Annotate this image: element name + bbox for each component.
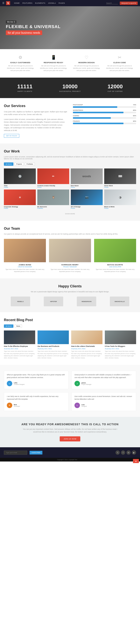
facebook-icon[interactable]: f [121,450,125,455]
blog-excerpt-3: Type here some info about this team memb… [71,350,102,359]
filter-projects[interactable]: Projects [15,162,24,166]
services-paragraph2: Lorem ipsum dolor sit amet, consectetur … [4,118,67,132]
feature-title-1: EASILY CUSTOMISED [6,62,35,64]
work-item-2[interactable]: ✏ Content-creator-friendly Photos [37,168,69,188]
work-item-3[interactable]: woods Item Name Photos [71,168,103,188]
clients-title: Happy Clients [4,284,136,288]
cta-button[interactable]: Join Us Now [60,436,80,442]
services-section: Our Services Cras justo odio, dapibus ac… [0,98,140,144]
nav-menu: HOME FEATURES ELEMENTS JOOMLA PAGES [14,2,106,4]
testimonial-4: Duis mollis consectetur purus ut amet fe… [71,392,136,411]
team-member-1: JAMES BOND Creative Designer Type here s… [4,239,46,273]
testimonial-3: I am fairly new to Joomla! with only 6 m… [4,392,69,411]
testimonial-author-2: J james Project Manager [74,381,133,386]
feature-desc-2: We will work through the process to iden… [39,65,68,72]
testimonial-author-4: L Lisa Designer [74,402,133,408]
blog-filter-all[interactable]: All Items [4,324,13,328]
linkedin-icon[interactable]: in [126,450,131,455]
blog-item-4[interactable]: 5 Free Tools For Bloggers 26 january 201… [105,330,136,359]
customise-icon: ⚙ [6,55,35,60]
navbar: ☰ S HOME FEATURES ELEMENTS JOOMLA PAGES … [0,0,140,6]
blog-item-2[interactable]: Our Business and Products 26 january 201… [38,330,69,359]
nav-pages[interactable]: PAGES [59,2,65,4]
work-item-4[interactable]: ⌨ Home Work Photos [104,168,136,188]
nav-joomla[interactable]: JOOMLA [48,2,56,4]
work-title-8: Black & White [104,206,136,208]
code-icon: ✂ [105,55,134,60]
blog-filter-news[interactable]: News [15,324,22,328]
cta-section: ARE YOU READY FOR AWESOMENESS? THIS IS C… [0,417,140,448]
testimonials-grid: What an appropriate name. This is just a… [4,371,136,411]
show-more[interactable]: SHOW MORE [4,212,136,215]
work-thumb-3: woods [71,168,103,184]
work-cat-3: Photos [71,186,103,188]
author-title-3: Developer [14,406,20,407]
work-title-3: Item Name [71,185,103,186]
footer-subscribe-button[interactable]: Subscribe [30,451,42,454]
author-avatar-4: L [74,402,80,408]
feature-title-4: CLEAN CODE [105,62,134,64]
design-icon: ♡ [72,55,101,60]
testimonial-author-1: L LISA Creative Designer [7,381,66,386]
brand-logo[interactable]: S [6,1,10,5]
youtube-icon[interactable]: ▶ [132,450,136,455]
nav-elements[interactable]: ELEMENTS [35,2,46,4]
stat-projects: 10000 SUCCESSFUL PROJECT [59,84,81,92]
work-item-1[interactable]: 🕐 Time Photos [4,168,36,188]
filter-portfolios[interactable]: Portfolios [25,162,35,166]
blog-item-1[interactable]: How To Be Effective Employee 26 january … [4,330,35,359]
blog-meta-2: 26 january 2014 | News [38,348,69,350]
services-left-col: Our Services Cras justo odio, dapibus ac… [4,104,67,138]
author-avatar-1: L [7,381,12,386]
author-title-2: Project Manager [81,384,91,385]
get-in-touch-button[interactable]: GET IN TOUCH [4,134,19,138]
features-section: ⚙ EASILY CUSTOMISED We will work through… [0,49,140,78]
stat-clients-label: HAPPY CLIENTS [17,90,32,92]
feature-desc-4: We will work through the process to iden… [105,65,134,72]
stat-clients: 11111 HAPPY CLIENTS [17,84,32,92]
author-avatar-2: J [74,381,80,386]
footer-social: 𝕏 f in ▶ [116,450,136,455]
nav-home[interactable]: HOME [14,2,20,4]
work-item-6[interactable]: 🦉 Be Awesome Portfolios [37,190,69,209]
work-item-7[interactable]: 📷 Art of Design Photos [71,190,103,209]
testimonial-text-1: What an appropriate name. This is just a… [7,374,66,379]
work-cat-8: Photos [104,208,136,209]
blog-section: Recent Blog Post All Items News How To B… [0,312,140,365]
work-item-5[interactable]: ★ Corporate Strategy Photos [4,190,36,209]
team-photo-2 [49,239,91,262]
skill-photoshop-fill [73,106,117,108]
twitter-icon[interactable]: 𝕏 [116,450,120,455]
author-name-3: Bob [14,404,20,406]
work-thumb-6: 🦉 [37,190,69,205]
blog-thumb-2 [38,330,69,344]
search-input[interactable] [106,2,118,4]
author-name-4: Lisa [81,404,87,406]
stat-coffee-label: CUP OF COFFEE [108,90,123,92]
stat-clients-number: 11111 [17,84,32,90]
hamburger-icon[interactable]: ☰ [2,2,4,4]
feature-desc-3: We will work through the process to iden… [72,65,101,72]
work-section: Our Work Lorem ipsum dolor sit amet, con… [0,144,140,221]
blog-item-3[interactable]: How to Be a More Charismatic 26 january … [71,330,102,359]
clients-logos: REBELS HIPSTER HENDERSON SMOKEVILLE [4,296,136,306]
skill-wordpress-track [73,112,136,113]
work-item-8[interactable]: ◑ Black & White Photos [104,190,136,209]
work-title: Our Work [4,149,136,154]
team-desc: Our goal is to always provide an excepti… [4,233,136,235]
client-logo-4: SMOKEVILLE [110,296,129,306]
scroll-top-button[interactable]: ▲ [133,459,139,463]
show-more-link[interactable]: SHOW MORE [65,213,75,215]
filter-all[interactable]: All Items [4,162,13,166]
team-desc-1: Type here some info about this team memb… [4,268,46,273]
blog-title: Recent Blog Post [4,318,136,322]
footer-email-input[interactable] [4,450,27,455]
skill-wordpress: WORDPRESS 80% [73,110,136,113]
nav-features[interactable]: FEATURES [22,2,32,4]
request-quote-button[interactable]: REQUEST A QUOTE [120,2,138,5]
stats-section: 11111 HAPPY CLIENTS 10000 SUCCESSFUL PRO… [0,78,140,98]
blog-post-title-3: How to Be a More Charismatic [71,345,102,348]
skill-photoshop-label: PHOTOSHOP 70% [73,104,136,106]
team-role-3: Lead Developer [94,266,136,268]
stat-coffee: 12000 CUP OF COFFEE [108,84,123,92]
